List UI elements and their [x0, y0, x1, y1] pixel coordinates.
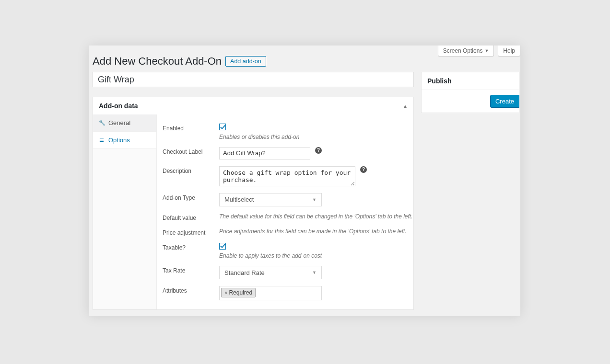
row-default-value: Default value The default value for this…: [163, 210, 413, 225]
row-price-adjustment: Price adjustment Price adjustments for t…: [163, 225, 413, 239]
publish-title: Publish: [422, 72, 519, 90]
publish-actions: Create: [422, 90, 519, 113]
tab-general[interactable]: 🔧 General: [93, 114, 156, 132]
label-description: Description: [163, 166, 219, 186]
screen-options-toggle[interactable]: Screen Options ▼: [438, 46, 494, 57]
publish-metabox: Publish Create: [421, 72, 519, 113]
tab-options-label: Options: [108, 136, 130, 144]
top-screen-links: Screen Options ▼ Help: [438, 46, 520, 57]
enabled-checkbox[interactable]: [219, 124, 226, 130]
addon-type-select[interactable]: Multiselect ▼: [219, 193, 322, 206]
help-icon[interactable]: ?: [315, 147, 322, 154]
wrench-icon: 🔧: [99, 120, 105, 126]
row-enabled: Enabled Enables or disables this add-on: [163, 120, 413, 144]
hint-enabled: Enables or disables this add-on: [219, 134, 413, 140]
taxable-checkbox[interactable]: [219, 243, 226, 250]
list-icon: ☰: [99, 137, 105, 143]
chevron-down-icon: ▼: [484, 48, 489, 53]
label-taxable: Taxable?: [163, 243, 219, 260]
page-heading: Add New Checkout Add-On Add add-on: [93, 55, 266, 68]
page-title: Add New Checkout Add-On: [93, 55, 222, 68]
remove-tag-icon[interactable]: ×: [224, 290, 227, 296]
row-description: Description Choose a gift wrap option fo…: [163, 163, 413, 190]
row-attributes: Attributes × Required: [163, 283, 413, 304]
tab-general-label: General: [108, 119, 130, 126]
attribute-tag-required[interactable]: × Required: [221, 288, 256, 297]
row-tax-rate: Tax Rate Standard Rate ▼: [163, 262, 413, 283]
main-column: Add-on data ▲ 🔧 General ☰ Options: [93, 72, 414, 310]
addon-type-value: Multiselect: [224, 196, 254, 203]
chevron-down-icon: ▼: [312, 270, 317, 275]
create-button[interactable]: Create: [490, 95, 519, 108]
price-adjustment-text: Price adjustments for this field can be …: [219, 228, 413, 235]
panel-content: Enabled Enables or disables this add-on …: [157, 114, 413, 309]
label-attributes: Attributes: [163, 286, 219, 300]
row-addon-type: Add-on Type Multiselect ▼: [163, 190, 413, 210]
metabox-title: Add-on data: [99, 102, 138, 110]
panel-wrap: 🔧 General ☰ Options Enabled: [93, 114, 413, 309]
label-checkout-label: Checkout Label: [163, 147, 219, 159]
label-default-value: Default value: [163, 213, 219, 221]
label-addon-type: Add-on Type: [163, 193, 219, 206]
label-enabled: Enabled: [163, 124, 219, 140]
metabox-header[interactable]: Add-on data ▲: [93, 97, 413, 114]
attributes-input[interactable]: × Required: [219, 286, 322, 300]
screen-options-label: Screen Options: [443, 47, 483, 54]
row-checkout-label: Checkout Label ?: [163, 144, 413, 163]
admin-page: Screen Options ▼ Help Add New Checkout A…: [89, 46, 520, 316]
collapse-icon[interactable]: ▲: [403, 103, 408, 109]
attribute-tag-label: Required: [229, 289, 252, 296]
tab-options[interactable]: ☰ Options: [93, 132, 156, 149]
side-column: Publish Create: [421, 72, 519, 113]
label-price-adjustment: Price adjustment: [163, 228, 219, 236]
add-addon-button[interactable]: Add add-on: [225, 56, 266, 67]
description-textarea[interactable]: Choose a gift wrap option for your purch…: [219, 166, 355, 186]
check-icon: [220, 125, 225, 130]
row-taxable: Taxable? Enable to apply taxes to the ad…: [163, 239, 413, 263]
help-label: Help: [503, 47, 515, 54]
panel-tabs: 🔧 General ☰ Options: [93, 114, 157, 309]
check-icon: [220, 243, 225, 249]
tax-rate-select[interactable]: Standard Rate ▼: [219, 266, 322, 279]
checkout-label-input[interactable]: [219, 147, 310, 159]
addon-title-input[interactable]: [93, 72, 414, 87]
addon-data-metabox: Add-on data ▲ 🔧 General ☰ Options: [93, 97, 414, 310]
default-value-text: The default value for this field can be …: [219, 213, 413, 220]
chevron-down-icon: ▼: [312, 197, 317, 202]
help-icon[interactable]: ?: [360, 166, 367, 173]
tax-rate-value: Standard Rate: [224, 269, 265, 276]
help-toggle[interactable]: Help: [498, 46, 520, 57]
hint-taxable: Enable to apply taxes to the add-on cost: [219, 252, 413, 259]
label-tax-rate: Tax Rate: [163, 266, 219, 279]
